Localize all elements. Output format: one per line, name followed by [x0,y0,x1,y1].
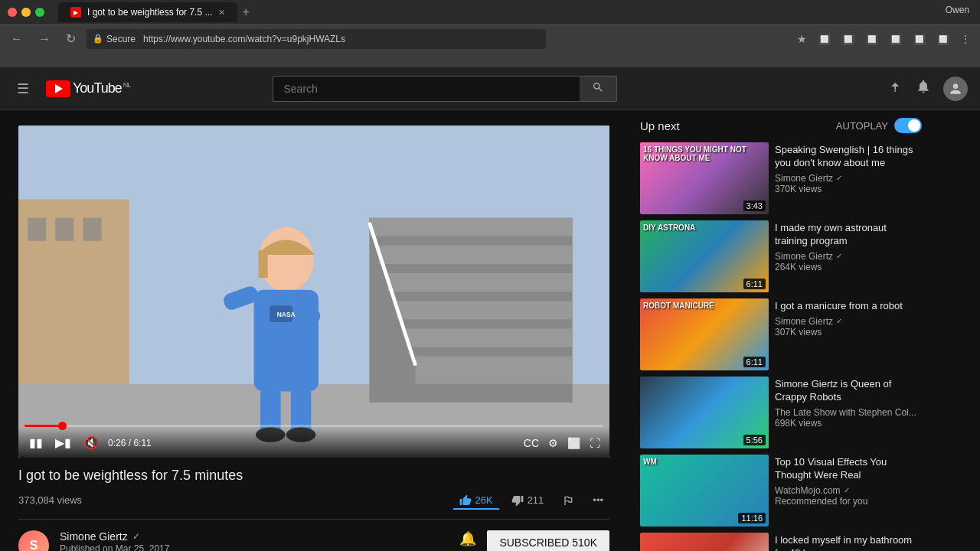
up-next-header: Up next AUTOPLAY [640,118,922,133]
tab-favicon: ▶ [70,7,81,18]
recommended-videos-list: 16 THINGS YOU MIGHT NOT KNOW ABOUT ME 3:… [640,142,922,551]
extension-icon-5[interactable]: 🔲 [910,31,929,47]
video-player[interactable]: NASA [18,126,609,458]
extension-icon-2[interactable]: 🔲 [838,31,858,47]
rec-title: Top 10 Visual Effects You Thought Were R… [775,456,922,482]
svg-rect-11 [407,328,573,347]
more-actions-button[interactable]: ••• [586,491,609,509]
progress-track[interactable] [24,425,603,427]
volume-button[interactable]: 🔇 [80,434,102,452]
yt-logo-text: YouTubeNL [73,80,130,96]
rec-duration: 6:11 [743,357,766,367]
svg-text:NASA: NASA [277,311,296,318]
yt-logo[interactable]: YouTubeNL [46,80,130,97]
channel-row: S Simone Giertz ✓ Published on Mar 25, 2… [18,530,609,551]
yt-logo-play-triangle [55,84,63,93]
yt-header-right [888,77,968,101]
rec-info: I locked myself in my bathroom for 48 ho… [775,533,922,551]
upload-button[interactable] [888,79,903,98]
rec-views: 307K views [775,327,922,337]
next-button[interactable]: ▶▮ [52,434,74,452]
user-avatar[interactable] [943,77,968,101]
channel-name[interactable]: Simone Giertz [60,530,128,543]
extension-icon-6[interactable]: 🔲 [933,31,952,47]
rec-thumbnail: 9:04 [640,533,769,551]
thumb-text: DIY ASTRONA [643,223,695,232]
notifications-button[interactable] [916,79,931,98]
up-next-label: Up next [640,119,680,132]
rec-video-item[interactable]: 5:56 Simone Giertz is Queen of Crappy Ro… [640,377,922,448]
rec-title: Speaking Swenglish | 16 things you don't… [775,144,922,170]
svg-rect-9 [388,273,573,292]
extension-icon-1[interactable]: 🔲 [815,31,834,47]
nav-right-icons: ★ 🔲 🔲 🔲 🔲 🔲 🔲 ⋮ [794,31,974,47]
play-pause-button[interactable]: ▮▮ [26,434,46,452]
svg-rect-15 [259,250,268,278]
hamburger-menu-button[interactable]: ☰ [12,76,34,102]
rec-info: I got a manicure from a robot Simone Gie… [775,298,922,370]
rec-info: Speaking Swenglish | 16 things you don't… [775,142,922,214]
thumb-text: ROBOT MANICURE [643,302,714,310]
rec-title: I locked myself in my bathroom for 48 ho… [775,534,922,551]
dislike-button[interactable]: 211 [505,491,550,510]
share-button[interactable] [556,491,580,510]
rec-video-item[interactable]: 16 THINGS YOU MIGHT NOT KNOW ABOUT ME 3:… [640,142,922,214]
rec-views: Recommended for you [775,496,922,507]
svg-rect-4 [83,218,101,241]
minimize-button[interactable] [21,8,31,17]
maximize-button[interactable] [35,8,44,17]
like-button[interactable]: 26K [453,491,499,510]
rec-verified-icon: ✓ [836,252,842,260]
video-frame: NASA [18,126,609,458]
subscribe-button[interactable]: SUBSCRIBED 510K [487,530,609,551]
rec-views: 264K views [775,262,922,272]
video-title: I got to be weightless for 7.5 minutes [18,467,609,484]
rec-video-item[interactable]: DIY ASTRONA 6:11 I made my own astronaut… [640,220,922,292]
more-tools-icon[interactable]: ⋮ [957,31,974,47]
bookmark-icon[interactable]: ★ [794,31,810,47]
reload-button[interactable]: ↻ [61,30,80,47]
url-display: https://www.youtube.com/watch?v=u9pkjHWA… [143,34,345,44]
close-button[interactable] [8,8,17,17]
right-controls: CC ⚙ ⬜ ⛶ [522,435,602,451]
settings-button[interactable]: ⚙ [547,435,560,451]
rec-channel: The Late Show with Stephen Col... [775,407,922,418]
rec-video-item[interactable]: ROBOT MANICURE 6:11 I got a manicure fro… [640,298,922,370]
extension-icon-4[interactable]: 🔲 [886,31,905,47]
thumb-text: 16 THINGS YOU MIGHT NOT KNOW ABOUT ME [643,145,769,162]
search-button[interactable] [580,76,617,102]
notifications-channel-button[interactable]: 🔔 [459,530,476,547]
yt-header: ☰ YouTubeNL [0,67,980,110]
video-section: NASA [0,110,628,551]
extension-icon-3[interactable]: 🔲 [862,31,881,47]
tab-title: I got to be weightless for 7.5 ... [87,7,212,18]
miniplayer-button[interactable]: ⬜ [566,435,582,451]
rec-video-item[interactable]: 9:04 I locked myself in my bathroom for … [640,533,922,551]
search-input[interactable] [273,76,580,102]
tab-close-button[interactable]: ✕ [218,8,225,18]
rec-video-item[interactable]: WM 11:16 Top 10 Visual Effects You Thoug… [640,455,922,527]
back-button[interactable]: ← [6,31,28,47]
rec-duration: 6:11 [743,279,766,289]
address-bar[interactable]: 🔒 Secure https://www.youtube.com/watch?v… [87,29,546,49]
progress-bar-container[interactable] [18,425,609,427]
forward-button[interactable]: → [34,31,55,47]
rec-thumbnail: DIY ASTRONA 6:11 [640,220,769,292]
yt-logo-icon [46,80,70,97]
active-tab[interactable]: ▶ I got to be weightless for 7.5 ... ✕ [58,2,237,22]
rec-channel: Simone Giertz ✓ [775,173,922,184]
svg-rect-2 [28,218,46,241]
autoplay-toggle[interactable] [894,118,922,133]
thumb-text: WM [643,458,657,466]
browser-navbar: ← → ↻ 🔒 Secure https://www.youtube.com/w… [0,24,980,52]
rec-info: I made my own astronaut training program… [775,220,922,292]
fullscreen-button[interactable]: ⛶ [588,435,602,451]
svg-rect-10 [397,301,573,319]
channel-avatar[interactable]: S [18,530,49,551]
rec-title: I got a manicure from a robot [775,300,922,313]
cc-button[interactable]: CC [522,435,541,451]
svg-rect-3 [55,218,74,241]
rec-info: Top 10 Visual Effects You Thought Were R… [775,455,922,527]
new-tab-button[interactable]: + [242,5,249,19]
rec-thumbnail: 5:56 [640,377,769,448]
